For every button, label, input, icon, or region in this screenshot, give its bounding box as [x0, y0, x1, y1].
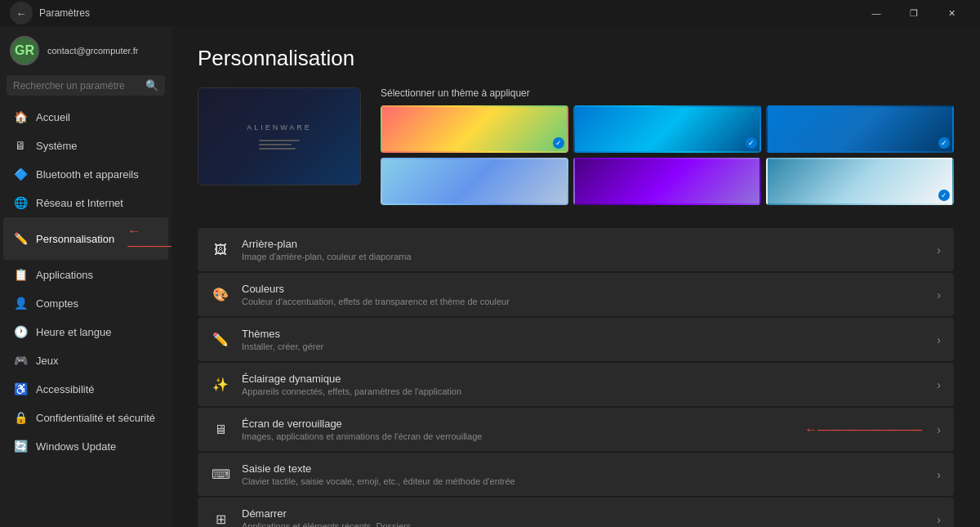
theme-badge-1: ✓ — [553, 137, 564, 149]
theme-thumb-5[interactable] — [573, 158, 761, 205]
settings-item-eclairage[interactable]: ✨Éclairage dynamiqueAppareils connectés,… — [198, 363, 954, 406]
avatar: GR — [10, 36, 39, 65]
demarrer-desc: Applications et éléments récents, Dossie… — [242, 521, 925, 527]
alienware-text: ALIENWARE — [247, 123, 312, 132]
sidebar-header: GR contact@grcomputer.fr — [0, 26, 172, 72]
eclairage-text: Éclairage dynamiqueAppareils connectés, … — [242, 373, 925, 396]
settings-item-themes[interactable]: ✏️ThèmesInstaller, créer, gérer› — [198, 318, 954, 361]
ecran-verrouillage-chevron: › — [937, 423, 941, 436]
titlebar-title: Paramètres — [39, 7, 90, 19]
sidebar-item-confidentialite[interactable]: 🔒Confidentialité et sécurité — [3, 404, 168, 431]
theme-grid-label: Sélectionner un thème à appliquer — [381, 87, 954, 99]
theme-thumb-1[interactable]: ✓ — [381, 105, 568, 153]
demarrer-text: DémarrerApplications et éléments récents… — [242, 507, 925, 527]
sidebar-item-personnalisation[interactable]: ✏️Personnalisation←———— — [3, 217, 168, 260]
saisie-texte-icon: ⌨ — [211, 465, 230, 485]
couleurs-text: CouleursCouleur d'accentuation, effets d… — [242, 283, 925, 306]
titlebar-controls: — ❐ ✕ — [858, 0, 970, 26]
page-title: Personnalisation — [198, 46, 954, 71]
themes-title: Thèmes — [242, 328, 925, 340]
couleurs-chevron: › — [937, 288, 941, 301]
demarrer-title: Démarrer — [242, 507, 925, 520]
eclairage-chevron: › — [937, 378, 941, 391]
ecran-verrouillage-desc: Images, applications et animations de l'… — [242, 431, 793, 441]
theme-grid: ✓ ✓ ✓ ✓ — [381, 105, 954, 205]
arriere-plan-title: Arrière-plan — [242, 238, 925, 250]
jeux-icon: 🎮 — [13, 353, 28, 368]
reseau-icon: 🌐 — [13, 195, 28, 210]
settings-item-demarrer[interactable]: ⊞DémarrerApplications et éléments récent… — [198, 498, 954, 527]
settings-item-arriere-plan[interactable]: 🖼Arrière-planImage d'arrière-plan, coule… — [198, 228, 954, 271]
personnalisation-icon: ✏️ — [13, 231, 28, 246]
sidebar-item-heure[interactable]: 🕐Heure et langue — [3, 318, 168, 346]
maximize-button[interactable]: ❐ — [895, 0, 933, 26]
eclairage-icon: ✨ — [211, 375, 230, 395]
sidebar-username: contact@grcomputer.fr — [47, 46, 138, 56]
systeme-icon: 🖥 — [13, 138, 28, 153]
nav-arrows: ← — [10, 2, 33, 25]
search-icon: 🔍 — [145, 79, 158, 92]
sidebar-item-label-jeux: Jeux — [36, 355, 58, 367]
couleurs-desc: Couleur d'accentuation, effets de transp… — [242, 297, 925, 306]
arriere-plan-icon: 🖼 — [211, 240, 230, 260]
minimize-button[interactable]: — — [858, 0, 895, 26]
settings-item-saisie-texte[interactable]: ⌨Saisie de texteClavier tactile, saisie … — [198, 453, 954, 496]
saisie-texte-title: Saisie de texte — [242, 462, 925, 475]
theme-thumb-3[interactable]: ✓ — [766, 105, 954, 153]
theme-preview-inner: ALIENWARE — [198, 88, 360, 185]
theme-thumb-2[interactable]: ✓ — [573, 105, 761, 153]
sidebar-item-label-comptes: Comptes — [36, 297, 78, 310]
sidebar-item-label-accessibilite: Accessibilité — [36, 383, 95, 395]
themes-desc: Installer, créer, gérer — [242, 342, 925, 351]
sidebar-item-label-accueil: Accueil — [36, 111, 70, 123]
sidebar-item-reseau[interactable]: 🌐Réseau et Internet — [3, 189, 168, 217]
sidebar-item-label-bluetooth: Bluetooth et appareils — [36, 168, 139, 181]
sidebar-item-systeme[interactable]: 🖥Système — [3, 132, 168, 159]
sidebar-item-jeux[interactable]: 🎮Jeux — [3, 346, 168, 374]
sidebar-item-label-confidentialite: Confidentialité et sécurité — [36, 412, 155, 424]
eclairage-desc: Appareils connectés, effets, paramètres … — [242, 386, 925, 396]
accueil-icon: 🏠 — [13, 109, 28, 124]
sidebar-item-windows-update[interactable]: 🔄Windows Update — [3, 432, 168, 460]
applications-icon: 📋 — [13, 267, 28, 282]
preview-lines — [259, 140, 300, 150]
sidebar-item-applications[interactable]: 📋Applications — [3, 261, 168, 288]
theme-section: ALIENWARE Sélectionner un thème à appliq… — [198, 87, 954, 205]
saisie-texte-text: Saisie de texteClavier tactile, saisie v… — [242, 462, 925, 486]
sidebar-item-accessibilite[interactable]: ♿Accessibilité — [3, 375, 168, 403]
titlebar-left: ← Paramètres — [10, 2, 90, 25]
settings-item-couleurs[interactable]: 🎨CouleursCouleur d'accentuation, effets … — [198, 273, 954, 316]
search-bar[interactable]: 🔍 — [7, 75, 165, 96]
sidebar-item-comptes[interactable]: 👤Comptes — [3, 289, 168, 317]
arriere-plan-chevron: › — [937, 243, 941, 257]
ecran-verrouillage-title: Écran de verrouillage — [242, 418, 793, 430]
theme-badge-2: ✓ — [746, 137, 757, 149]
preview-line-1 — [259, 140, 300, 141]
personnalisation-arrow: ←———— — [127, 224, 172, 253]
search-input[interactable] — [13, 80, 140, 92]
theme-badge-3: ✓ — [938, 137, 950, 149]
couleurs-icon: 🎨 — [211, 285, 230, 305]
windows-update-icon: 🔄 — [13, 439, 28, 453]
theme-thumb-4[interactable] — [381, 158, 568, 205]
sidebar-item-accueil[interactable]: 🏠Accueil — [3, 103, 168, 131]
back-button[interactable]: ← — [10, 2, 33, 25]
sidebar-item-bluetooth[interactable]: 🔷Bluetooth et appareils — [3, 160, 168, 188]
preview-line-2 — [259, 144, 292, 145]
settings-item-ecran-verrouillage[interactable]: 🖥Écran de verrouillageImages, applicatio… — [198, 408, 954, 451]
theme-thumb-6[interactable]: ✓ — [766, 158, 954, 205]
theme-grid-wrap: Sélectionner un thème à appliquer ✓ ✓ ✓ … — [381, 87, 954, 205]
saisie-texte-chevron: › — [937, 468, 941, 481]
sidebar-item-label-windows-update: Windows Update — [36, 440, 116, 453]
settings-list: 🖼Arrière-planImage d'arrière-plan, coule… — [198, 228, 954, 527]
heure-icon: 🕐 — [13, 324, 28, 339]
arriere-plan-text: Arrière-planImage d'arrière-plan, couleu… — [242, 238, 925, 261]
theme-badge-6: ✓ — [938, 190, 950, 201]
themes-text: ThèmesInstaller, créer, gérer — [242, 328, 925, 351]
demarrer-icon: ⊞ — [211, 510, 230, 528]
arriere-plan-desc: Image d'arrière-plan, couleur et diapora… — [242, 252, 925, 261]
couleurs-title: Couleurs — [242, 283, 925, 295]
app-body: GR contact@grcomputer.fr 🔍 🏠Accueil🖥Syst… — [0, 26, 980, 527]
close-button[interactable]: ✕ — [933, 0, 970, 26]
sidebar: GR contact@grcomputer.fr 🔍 🏠Accueil🖥Syst… — [0, 26, 172, 527]
